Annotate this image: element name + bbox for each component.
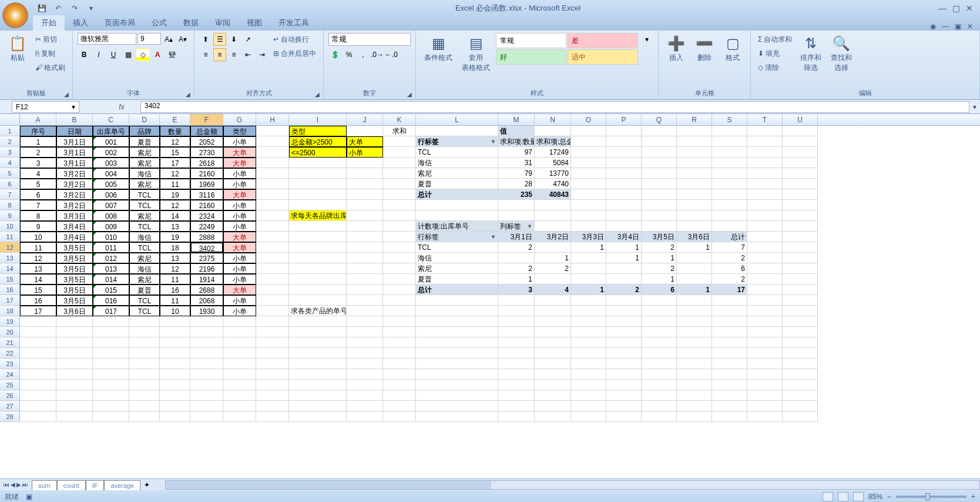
zoom-level[interactable]: 85% bbox=[868, 493, 882, 501]
col-header-N[interactable]: N bbox=[535, 114, 571, 125]
cell-T7[interactable] bbox=[747, 189, 783, 200]
cell-I2[interactable]: 总金额>2500 bbox=[289, 136, 347, 147]
redo-icon[interactable]: ↷ bbox=[68, 2, 81, 15]
row-header-26[interactable]: 26 bbox=[0, 390, 20, 401]
cell-S18[interactable] bbox=[712, 306, 747, 316]
cell-R2[interactable] bbox=[677, 136, 712, 147]
cell-U6[interactable] bbox=[783, 179, 818, 189]
cell-A19[interactable] bbox=[20, 316, 56, 327]
cell-F28[interactable] bbox=[190, 411, 223, 422]
cell-G26[interactable] bbox=[223, 390, 256, 401]
view-pagebreak-icon[interactable] bbox=[853, 492, 864, 501]
cell-S28[interactable] bbox=[712, 411, 747, 422]
cell-T5[interactable] bbox=[747, 168, 783, 179]
cell-A16[interactable]: 15 bbox=[20, 285, 56, 295]
cell-S27[interactable] bbox=[712, 401, 747, 411]
cell-H8[interactable] bbox=[256, 200, 289, 210]
cell-I13[interactable] bbox=[289, 253, 347, 263]
cell-F6[interactable]: 1969 bbox=[190, 179, 223, 189]
currency-icon[interactable]: 💲 bbox=[328, 48, 341, 61]
style-normal[interactable]: 常规 bbox=[496, 33, 566, 48]
cell-B16[interactable]: 3月5日 bbox=[56, 285, 93, 295]
cell-N7[interactable]: 40843 bbox=[535, 189, 571, 200]
cell-O20[interactable] bbox=[571, 327, 606, 337]
cell-N13[interactable]: 1 bbox=[535, 253, 571, 263]
cell-A8[interactable]: 7 bbox=[20, 200, 56, 210]
select-all-corner[interactable] bbox=[0, 114, 20, 125]
cell-M11[interactable]: 3月1日 bbox=[498, 232, 535, 242]
cell-S1[interactable] bbox=[712, 126, 747, 136]
cell-F24[interactable] bbox=[190, 369, 223, 380]
cell-I10[interactable] bbox=[289, 221, 347, 232]
row-header-21[interactable]: 21 bbox=[0, 337, 20, 348]
cell-K16[interactable] bbox=[383, 285, 416, 295]
cell-J8[interactable] bbox=[347, 200, 383, 210]
cell-S13[interactable]: 2 bbox=[712, 253, 747, 263]
row-header-24[interactable]: 24 bbox=[0, 369, 20, 380]
cell-C18[interactable]: 017 bbox=[93, 306, 129, 316]
cell-F27[interactable] bbox=[190, 401, 223, 411]
cell-B23[interactable] bbox=[56, 359, 93, 369]
cell-U14[interactable] bbox=[783, 263, 818, 274]
view-normal-icon[interactable] bbox=[823, 492, 833, 501]
cell-H5[interactable] bbox=[256, 168, 289, 179]
cell-H11[interactable] bbox=[256, 232, 289, 242]
cell-L28[interactable] bbox=[416, 411, 498, 422]
col-header-F[interactable]: F bbox=[190, 114, 223, 125]
col-header-A[interactable]: A bbox=[20, 114, 56, 125]
cell-T2[interactable] bbox=[747, 136, 783, 147]
cell-I28[interactable] bbox=[289, 411, 347, 422]
cell-I22[interactable] bbox=[289, 348, 347, 359]
cell-J16[interactable] bbox=[347, 285, 383, 295]
cell-R15[interactable] bbox=[677, 274, 712, 285]
cell-M3[interactable]: 97 bbox=[498, 147, 535, 158]
align-launcher-icon[interactable]: ◢ bbox=[315, 91, 322, 98]
col-header-O[interactable]: O bbox=[571, 114, 606, 125]
cell-I18[interactable]: 求各类产品的单号类型占比 bbox=[289, 306, 347, 316]
filter-dropdown-icon[interactable]: ▼ bbox=[491, 232, 496, 242]
cell-E21[interactable] bbox=[160, 337, 190, 348]
cell-L16[interactable]: 总计 bbox=[416, 285, 498, 295]
cell-H24[interactable] bbox=[256, 369, 289, 380]
formula-expand-icon[interactable]: ▾ bbox=[969, 103, 980, 111]
phonetic-button[interactable]: 變 bbox=[166, 48, 179, 61]
cell-T19[interactable] bbox=[747, 316, 783, 327]
paste-button[interactable]: 📋 粘贴 bbox=[5, 33, 31, 88]
cell-B27[interactable] bbox=[56, 401, 93, 411]
cell-T12[interactable] bbox=[747, 242, 783, 253]
cell-J14[interactable] bbox=[347, 263, 383, 274]
cell-G14[interactable]: 小单 bbox=[223, 263, 256, 274]
cell-N10[interactable] bbox=[535, 221, 571, 232]
cell-I4[interactable] bbox=[289, 158, 347, 168]
row-header-17[interactable]: 17 bbox=[0, 295, 20, 306]
cell-A11[interactable]: 10 bbox=[20, 232, 56, 242]
cell-P12[interactable]: 1 bbox=[606, 242, 642, 253]
shrink-font-icon[interactable]: A▾ bbox=[176, 33, 189, 46]
new-sheet-icon[interactable]: ✦ bbox=[140, 481, 153, 489]
cell-Q8[interactable] bbox=[642, 200, 677, 210]
cell-O5[interactable] bbox=[571, 168, 606, 179]
cell-B2[interactable]: 3月1日 bbox=[56, 136, 93, 147]
cell-N1[interactable] bbox=[535, 126, 571, 136]
cell-E15[interactable]: 11 bbox=[160, 274, 190, 285]
cell-D12[interactable]: TCL bbox=[129, 242, 160, 253]
cell-P26[interactable] bbox=[606, 390, 642, 401]
cell-S16[interactable]: 17 bbox=[712, 285, 747, 295]
cell-U4[interactable] bbox=[783, 158, 818, 168]
cell-M18[interactable] bbox=[498, 306, 535, 316]
cell-D3[interactable]: 索尼 bbox=[129, 147, 160, 158]
align-center-icon[interactable]: ≡ bbox=[213, 48, 226, 61]
comma-icon[interactable]: , bbox=[357, 48, 370, 61]
cell-M9[interactable] bbox=[498, 210, 535, 221]
cell-G17[interactable]: 小单 bbox=[223, 295, 256, 306]
cell-F8[interactable]: 2160 bbox=[190, 200, 223, 210]
cell-A15[interactable]: 14 bbox=[20, 274, 56, 285]
cell-E24[interactable] bbox=[160, 369, 190, 380]
sheet-nav-prev-icon[interactable]: ◀ bbox=[11, 481, 15, 488]
formula-input[interactable]: 3402 bbox=[140, 101, 969, 113]
cell-C14[interactable]: 013 bbox=[93, 263, 129, 274]
cell-H16[interactable] bbox=[256, 285, 289, 295]
cell-J4[interactable] bbox=[347, 158, 383, 168]
cell-R28[interactable] bbox=[677, 411, 712, 422]
cell-A7[interactable]: 6 bbox=[20, 189, 56, 200]
